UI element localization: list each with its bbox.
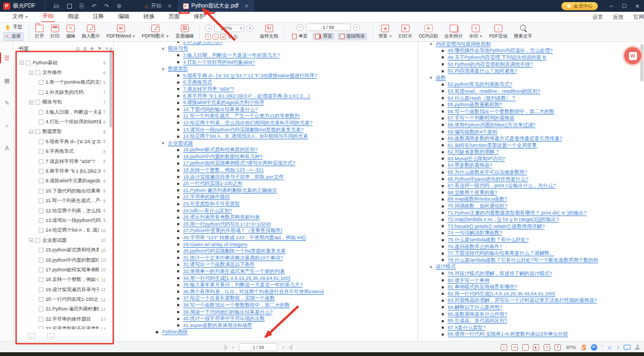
view-mode-single-page[interactable]: 单页 bbox=[289, 33, 310, 40]
toc-link[interactable]: 8.将字符串 "k:1 |k1:2|k2:3|k3:4"，处理成字典 {k:1,… bbox=[183, 93, 310, 100]
toolbar-button-search-text[interactable]: 搜索文字 bbox=[511, 23, 536, 41]
checkbox-icon[interactable] bbox=[39, 228, 43, 233]
toc-link[interactable]: 54.什么是Hash（散列函数）？ bbox=[448, 95, 516, 102]
bookmark-item[interactable]: 22.字符串的操作题目13 bbox=[14, 314, 113, 324]
checkbox-icon[interactable] bbox=[35, 100, 40, 105]
toolbar-button-insert-image[interactable]: 插入图片 bbox=[78, 23, 103, 41]
toc-link[interactable]: 2.补充缺失的代码 bbox=[183, 42, 222, 46]
toc-link[interactable]: 数据类型 bbox=[168, 65, 188, 72]
close-tab-icon[interactable]: ✕ bbox=[244, 3, 248, 9]
toc-link[interactable]: 37.给定一个任意长度数组，实现一个函数 bbox=[183, 295, 275, 302]
toc-link[interactable]: 11.写一个列表生成式，产生一个公差为11的等差数列 bbox=[183, 113, 299, 120]
close-panel-icon[interactable]: ✕ bbox=[105, 46, 109, 51]
checkbox-icon[interactable] bbox=[39, 248, 43, 253]
open-file-icon[interactable]: 🗁 bbox=[54, 3, 60, 9]
toc-link[interactable]: 内存管理与垃圾回收机制 bbox=[436, 42, 491, 48]
toc-link[interactable]: 设计模式 bbox=[436, 263, 456, 270]
menu-item-convert[interactable]: 转换 bbox=[142, 12, 156, 22]
text-panel-icon[interactable]: A bbox=[0, 142, 14, 154]
expand-collapse-icon[interactable] bbox=[19, 61, 24, 65]
expand-collapse-icon[interactable] bbox=[29, 71, 33, 75]
toc-link[interactable]: 4.打乱一个排好序的list对象alist? bbox=[183, 59, 255, 66]
toolbar-button-merge-split[interactable]: 合并拆分 bbox=[441, 23, 466, 41]
toc-link[interactable]: 35.输入某年某月某日，判断这一天是这一年的第几天? bbox=[183, 281, 303, 288]
toc-link[interactable]: 30.python代码实现删除一个list里面的重复元素 bbox=[183, 248, 286, 255]
next-page-icon[interactable]: › bbox=[282, 344, 284, 350]
toc-link[interactable]: 18.反转一个整数，例如-123 --> -321 bbox=[183, 167, 264, 174]
toc-link[interactable]: 14.给定两个list A、B ,请用找出A、B中相同与不同的元素 bbox=[183, 133, 308, 140]
thumbnails-panel-icon[interactable]: ▦ bbox=[0, 74, 14, 87]
bookmark-item[interactable]: 9.请按alist中元素的age由大...8 bbox=[14, 176, 113, 186]
zoom-out-button[interactable]: − bbox=[205, 25, 212, 32]
toc-link[interactable]: 6.字典推导式 bbox=[183, 79, 212, 86]
toc-link[interactable]: 41.super函数的具体用法和场景 bbox=[183, 322, 252, 329]
toc-link[interactable]: 62.对缺省参数的理解 ? bbox=[448, 149, 499, 155]
last-page-icon[interactable]: ›| bbox=[289, 344, 292, 350]
bookmark-flag-icon[interactable]: ⚑ bbox=[97, 46, 101, 51]
annotations-panel-icon[interactable]: ✎ bbox=[0, 97, 14, 109]
toc-link[interactable]: 77.下面这段代码的输出结果将是什么？请解释。 bbox=[448, 250, 554, 257]
bookmark-item[interactable]: 1.有一个jsonline格式的文件f...6 bbox=[14, 78, 113, 87]
chevron-down-icon[interactable]: ▼ bbox=[238, 27, 244, 30]
toc-link[interactable]: 67.有这样一段代码，print c会输出什么，为什么? bbox=[448, 182, 555, 189]
zoom-in-button[interactable]: + bbox=[246, 25, 253, 32]
menu-item-edit[interactable]: 编辑 bbox=[117, 12, 130, 22]
bookmark-item[interactable]: 17.python如何实现单例模...10 bbox=[14, 265, 113, 275]
toc-link[interactable]: 72.map(lambda x:xx，[y for y in range(3)]… bbox=[448, 216, 559, 223]
search-panel-icon[interactable]: ⌕ bbox=[0, 119, 14, 132]
bookmark-item[interactable]: 16.python中内置的数据结...10 bbox=[14, 255, 113, 265]
toc-link[interactable]: 75.什么是lambda函数？有什么好处? bbox=[448, 236, 529, 243]
first-page-icon[interactable]: |‹ bbox=[224, 344, 228, 350]
bookmark-item[interactable]: 10.下面代码的输出结果将是...9 bbox=[14, 186, 113, 196]
checkbox-icon[interactable] bbox=[39, 110, 43, 115]
checkbox-icon[interactable] bbox=[39, 268, 43, 272]
toc-link[interactable]: 55.python函数重载机制? bbox=[448, 101, 502, 108]
toolbar-button-edit[interactable]: 编辑 bbox=[63, 23, 78, 41]
maximize-button[interactable]: ☐ bbox=[622, 3, 627, 9]
toc-link[interactable]: 24.is和==有什么区别? bbox=[183, 207, 232, 214]
bookmark-item[interactable]: 7.请反转字符串 "aStr"?8 bbox=[14, 157, 113, 166]
bookmark-scrollbar[interactable] bbox=[109, 47, 112, 128]
toc-link[interactable]: 69.map函数和reduce函数? bbox=[448, 196, 507, 203]
tab-home[interactable]: ⌂ 开始 ✕ bbox=[139, 0, 177, 12]
microphone-icon[interactable]: ♪ bbox=[617, 344, 619, 350]
menu-item-comment[interactable]: 注释 bbox=[92, 12, 105, 22]
toc-link[interactable]: 63.Mysql怎么限制IP访问? bbox=[448, 155, 505, 162]
bookmark-item[interactable]: 4.打乱一个排好序的list对象al...8 bbox=[14, 117, 113, 127]
toc-link[interactable]: 38.写一个函数找出一个整数数组中，第二大的数 bbox=[183, 302, 290, 309]
person-icon[interactable] bbox=[635, 345, 640, 350]
bookmark-item[interactable]: 21.Python-遍历列表时删除...13 bbox=[14, 305, 113, 314]
rotate-left-icon[interactable]: ↺ bbox=[228, 34, 232, 40]
checkbox-icon[interactable] bbox=[35, 129, 40, 134]
toc-link[interactable]: 10.下面代码的输出结果将是什么? bbox=[183, 106, 258, 113]
toc-link[interactable]: 59.编写函数的4个原则 bbox=[448, 129, 497, 136]
toc-link[interactable]: 60.函数调用参数的传递方式是值传递还是引用传递? bbox=[448, 135, 562, 142]
toc-link[interactable]: 26.用一行python代码写出1+2+3+10248 bbox=[183, 221, 271, 228]
bookmark-item[interactable]: Python基础6 bbox=[14, 58, 113, 68]
toc-link[interactable]: 49.关于Python内存管理,下列说法错误的是 B bbox=[448, 54, 546, 61]
checkbox-icon[interactable] bbox=[26, 61, 31, 65]
menu-right-feedback[interactable]: 反馈 bbox=[613, 13, 624, 21]
toc-link[interactable]: 58.使用Python内置的filter()方法来过滤? bbox=[448, 122, 536, 129]
toc-link[interactable]: 79.对设计模式的理解，简述你了解的设计模式? bbox=[448, 270, 552, 277]
toc-link[interactable]: 模块与包 bbox=[168, 45, 188, 52]
reader-mode-icon[interactable]: ≡ bbox=[544, 344, 550, 351]
toc-link[interactable]: 70.回调函数，如何通信的? bbox=[448, 203, 507, 210]
toc-link[interactable]: 65.为什么函数名字可以当做参数用? bbox=[448, 169, 527, 176]
checkbox-icon[interactable] bbox=[39, 218, 43, 223]
menu-item-home[interactable]: 开始 bbox=[41, 12, 55, 23]
checkbox-icon[interactable] bbox=[39, 179, 43, 183]
toc-link[interactable]: 17.python如何实现单例模式?请写出两种实现方式? bbox=[183, 160, 295, 167]
checkbox-icon[interactable] bbox=[39, 317, 43, 322]
toc-link[interactable]: 25.求出列表所有奇数并构造新列表 bbox=[183, 214, 260, 221]
checkbox-icon[interactable] bbox=[39, 149, 43, 154]
toc-link[interactable]: 87.X是什么类型? bbox=[448, 324, 486, 331]
chinese-mode-icon[interactable]: 中 bbox=[591, 344, 597, 351]
hand-tool-button[interactable]: ✋ 手型 bbox=[3, 24, 24, 31]
toc-link[interactable]: 16.python中内置的数据结构有几种? bbox=[183, 153, 262, 160]
bookmarks-panel-icon[interactable]: ☰ bbox=[0, 51, 14, 64]
member-center-button[interactable]: 会员中心 bbox=[561, 2, 598, 10]
toc-link[interactable]: 39.阅读一下代码他们的输出结果是什么? bbox=[183, 309, 273, 316]
close-button[interactable]: ✕ bbox=[635, 3, 640, 9]
bookmark-item[interactable]: 2.补充缺失的代码7 bbox=[14, 87, 113, 97]
